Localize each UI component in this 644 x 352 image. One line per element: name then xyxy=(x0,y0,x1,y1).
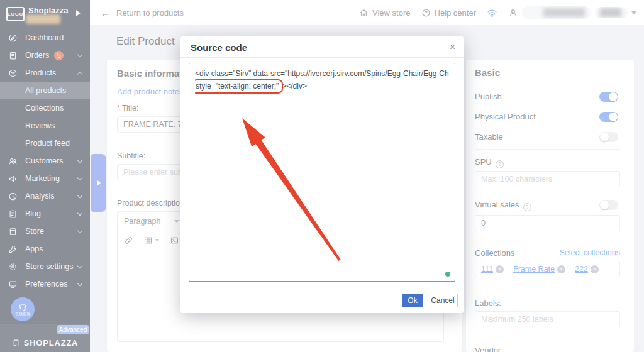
chevron-down-icon xyxy=(78,283,82,285)
remove-tag-icon[interactable]: × xyxy=(591,265,599,273)
labels-input[interactable] xyxy=(475,311,620,327)
brand-name: Shoplazza xyxy=(28,6,69,15)
chevron-down-icon xyxy=(631,11,636,14)
view-store-label: View store xyxy=(372,8,410,18)
collection-tag: 222× xyxy=(575,265,599,273)
source-code-modal: Source code × <div class="Sirv" data-src… xyxy=(180,36,464,313)
subtitle-label: Subtitle: xyxy=(117,151,145,160)
remove-tag-icon[interactable]: × xyxy=(557,265,565,273)
insert-table-button[interactable] xyxy=(143,236,160,245)
sidebar-item-label: Store xyxy=(25,227,44,236)
collection-tag-link[interactable]: 222 xyxy=(575,265,588,273)
select-collections-link[interactable]: Select collections xyxy=(559,248,620,257)
sidebar-item-all-products[interactable]: All products xyxy=(0,82,90,99)
taxable-label: Taxable xyxy=(475,132,503,141)
chevron-down-icon xyxy=(174,220,179,223)
sidebar-item-label: Analysis xyxy=(25,192,55,201)
labels-label: Labels: xyxy=(475,299,501,308)
remove-tag-icon[interactable]: × xyxy=(496,265,504,273)
chevron-down-icon xyxy=(78,212,82,215)
blog-icon xyxy=(8,209,18,219)
close-icon[interactable]: × xyxy=(450,41,455,53)
source-code-textarea[interactable]: <div class="Sirv" data-src="https://iver… xyxy=(189,63,455,282)
code-line-2-rest: ></div> xyxy=(282,82,307,91)
ok-button[interactable]: Ok xyxy=(402,294,423,307)
sidebar-item-marketing[interactable]: Marketing xyxy=(0,170,90,187)
help-center-button[interactable]: Help center xyxy=(421,8,476,18)
sidebar-item-label: Marketing xyxy=(25,174,60,183)
cancel-button[interactable]: Cancel xyxy=(428,294,458,307)
virtual-sales-label: Virtual sales? xyxy=(475,200,531,211)
sidebar-item-blog[interactable]: Blog xyxy=(0,205,90,223)
drawer-expand-handle[interactable] xyxy=(91,154,106,212)
collection-tag-link[interactable]: 111 xyxy=(481,265,493,273)
sidebar-collapse-icon[interactable] xyxy=(76,10,80,16)
sidebar: LOGO Shoplazza Dashboard Orders 5 Produc… xyxy=(0,0,90,352)
sidebar-item-orders[interactable]: Orders 5 xyxy=(0,47,90,64)
sidebar-item-label: Preferences xyxy=(25,280,67,289)
divider xyxy=(475,149,620,150)
help-center-label: Help center xyxy=(435,8,476,18)
publish-toggle[interactable] xyxy=(599,92,618,102)
sidebar-item-label: Customers xyxy=(25,157,63,165)
physical-product-toggle[interactable] xyxy=(599,112,618,122)
account-name-redacted xyxy=(522,6,591,19)
title-label: *Title: xyxy=(117,104,139,113)
return-to-products-link[interactable]: ← Return to products xyxy=(101,0,184,25)
topbar-right: View store Help center xyxy=(359,0,636,25)
spu-input[interactable] xyxy=(475,171,620,187)
sidebar-item-store-settings[interactable]: Store settings xyxy=(0,258,90,275)
network-status-icon[interactable] xyxy=(487,8,497,18)
sidebar-item-apps[interactable]: Apps xyxy=(0,240,90,258)
collection-tag: Frame Rate× xyxy=(513,265,565,273)
paragraph-style-dropdown[interactable]: Paragraph xyxy=(124,217,179,226)
code-line-1: <div class="Sirv" data-src="https://iver… xyxy=(195,68,449,79)
help-icon[interactable]: ? xyxy=(523,203,531,211)
sidebar-item-product-feed[interactable]: Product feed xyxy=(0,135,90,152)
insert-image-button[interactable] xyxy=(170,236,179,245)
sidebar-item-products[interactable]: Products xyxy=(0,64,90,82)
view-store-button[interactable]: View store xyxy=(359,8,410,18)
taxable-toggle[interactable] xyxy=(599,132,618,142)
account-id-redacted xyxy=(595,7,628,18)
sidebar-item-label: Dashboard xyxy=(25,33,64,42)
sidebar-item-collections[interactable]: Collections xyxy=(0,99,90,117)
virtual-sales-toggle[interactable] xyxy=(599,200,618,210)
physical-product-label: Physical Product xyxy=(475,112,536,121)
gear-icon xyxy=(8,261,18,272)
collection-tag-link[interactable]: Frame Rate xyxy=(513,265,555,273)
back-label: Return to products xyxy=(116,8,184,18)
apps-icon xyxy=(8,244,18,254)
modal-header: Source code × xyxy=(180,36,464,58)
sidebar-item-store[interactable]: Store xyxy=(0,223,90,240)
collection-tag: 111× xyxy=(481,265,504,273)
modal-footer: Ok Cancel xyxy=(180,287,464,313)
sidebar-item-label: All products xyxy=(25,86,66,95)
page-title: Edit Product xyxy=(116,35,175,48)
chevron-right-icon xyxy=(97,180,101,186)
sidebar-item-customers[interactable]: Customers xyxy=(0,152,90,170)
support-chat-button[interactable]: 在线客服 xyxy=(11,297,35,321)
sidebar-item-preferences[interactable]: Preferences xyxy=(0,275,90,293)
image-icon xyxy=(170,236,179,245)
account-menu[interactable] xyxy=(508,6,636,19)
sidebar-item-reviews[interactable]: Reviews xyxy=(0,117,90,135)
back-arrow-icon: ← xyxy=(101,8,110,18)
user-icon xyxy=(508,8,518,18)
virtual-sales-input[interactable] xyxy=(475,215,620,231)
table-icon xyxy=(143,236,153,245)
insert-link-button[interactable] xyxy=(124,236,133,245)
products-icon xyxy=(8,68,18,78)
monitor-icon xyxy=(8,279,18,289)
code-line-2: style="text-align: center;"></div> xyxy=(195,79,449,94)
chevron-up-icon xyxy=(78,70,82,76)
status-dot xyxy=(445,272,450,277)
sidebar-footer-text: SHOPLAZZA xyxy=(24,338,79,348)
sidebar-item-dashboard[interactable]: Dashboard xyxy=(0,29,90,47)
orders-icon xyxy=(8,50,18,60)
app-window: LOGO Shoplazza Dashboard Orders 5 Produc… xyxy=(0,0,644,352)
chevron-down-icon xyxy=(155,239,160,241)
sidebar-item-analysis[interactable]: Analysis xyxy=(0,187,90,205)
help-icon[interactable]: ? xyxy=(496,160,504,168)
highlighted-style-attribute: style="text-align: center;" xyxy=(195,79,283,94)
